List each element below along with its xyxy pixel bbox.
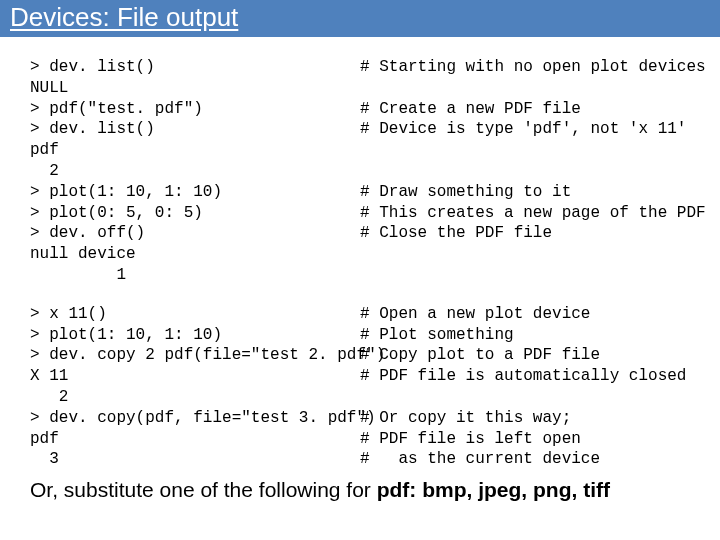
comment-text: # PDF file is left open	[360, 429, 690, 450]
code-text: 1	[30, 265, 360, 286]
comment-text	[360, 140, 690, 161]
code-text: pdf	[30, 140, 360, 161]
code-line: X 11# PDF file is automatically closed	[30, 366, 690, 387]
code-line: > pdf("test. pdf")# Create a new PDF fil…	[30, 99, 690, 120]
code-line: > dev. list()# Starting with no open plo…	[30, 57, 690, 78]
code-text: > plot(1: 10, 1: 10)	[30, 182, 360, 203]
code-line: > plot(1: 10, 1: 10)# Draw something to …	[30, 182, 690, 203]
code-text: X 11	[30, 366, 360, 387]
comment-text: # PDF file is automatically closed	[360, 366, 690, 387]
comment-text: # Close the PDF file	[360, 223, 690, 244]
comment-text	[360, 387, 690, 408]
code-line: 2	[30, 387, 690, 408]
code-line: > dev. copy(pdf, file="test 3. pdf")# Or…	[30, 408, 690, 429]
comment-text: # Plot something	[360, 325, 690, 346]
code-text: > dev. copy(pdf, file="test 3. pdf")	[30, 408, 360, 429]
code-text: > dev. list()	[30, 57, 360, 78]
code-text: null device	[30, 244, 360, 265]
code-text: NULL	[30, 78, 360, 99]
code-text: 2	[30, 161, 360, 182]
code-line: NULL	[30, 78, 690, 99]
code-text: 3	[30, 449, 360, 470]
code-line: > dev. off()# Close the PDF file	[30, 223, 690, 244]
comment-text: # Starting with no open plot devices	[360, 57, 706, 78]
code-text: > plot(1: 10, 1: 10)	[30, 325, 360, 346]
code-text: 2	[30, 387, 360, 408]
comment-text: # Create a new PDF file	[360, 99, 690, 120]
comment-text: # This creates a new page of the PDF	[360, 203, 706, 224]
comment-text: # Open a new plot device	[360, 304, 690, 325]
comment-text: # Draw something to it	[360, 182, 690, 203]
comment-text: # Or copy it this way;	[360, 408, 690, 429]
comment-text: # as the current device	[360, 449, 690, 470]
code-line: > plot(1: 10, 1: 10)# Plot something	[30, 325, 690, 346]
code-line: 2	[30, 161, 690, 182]
code-text: pdf	[30, 429, 360, 450]
code-line: > x 11()# Open a new plot device	[30, 304, 690, 325]
code-line: null device	[30, 244, 690, 265]
comment-text	[360, 78, 690, 99]
code-line: pdf	[30, 140, 690, 161]
code-text: > pdf("test. pdf")	[30, 99, 360, 120]
comment-text	[360, 161, 690, 182]
code-text: > dev. off()	[30, 223, 360, 244]
code-line: > plot(0: 5, 0: 5)# This creates a new p…	[30, 203, 690, 224]
footer-bold: pdf: bmp, jpeg, png, tiff	[377, 478, 610, 501]
code-line: > dev. list()# Device is type 'pdf', not…	[30, 119, 690, 140]
comment-text	[360, 244, 690, 265]
comment-text: # Copy plot to a PDF file	[360, 345, 690, 366]
comment-text	[360, 265, 690, 286]
title-bar: Devices: File output	[0, 0, 720, 37]
footer-note: Or, substitute one of the following for …	[0, 470, 720, 502]
code-line: 1	[30, 265, 690, 286]
footer-prefix: Or, substitute one of the following for	[30, 478, 377, 501]
comment-text: # Device is type 'pdf', not 'x 11'	[360, 119, 690, 140]
code-text: > plot(0: 5, 0: 5)	[30, 203, 360, 224]
code-line: pdf# PDF file is left open	[30, 429, 690, 450]
code-text: > dev. list()	[30, 119, 360, 140]
code-block: > dev. list()# Starting with no open plo…	[0, 37, 720, 470]
code-text: > x 11()	[30, 304, 360, 325]
code-text: > dev. copy 2 pdf(file="test 2. pdf")	[30, 345, 360, 366]
code-line: 3# as the current device	[30, 449, 690, 470]
page-title: Devices: File output	[10, 2, 710, 33]
code-line: > dev. copy 2 pdf(file="test 2. pdf")# C…	[30, 345, 690, 366]
